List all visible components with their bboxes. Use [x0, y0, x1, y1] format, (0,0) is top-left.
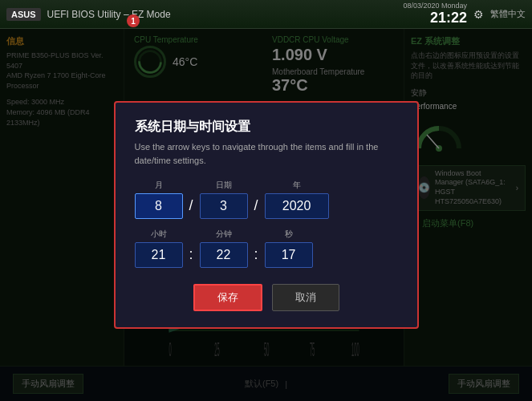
modal-desc: Use the arrow keys to navigate through t… — [135, 140, 398, 167]
modal-overlay: 系统日期与时间设置 Use the arrow keys to navigate… — [0, 29, 532, 401]
second-label: 秒 — [285, 229, 293, 240]
month-group: 月 — [135, 180, 183, 219]
month-input[interactable] — [135, 193, 183, 219]
time-sep1: : — [189, 246, 193, 268]
day-input[interactable] — [200, 193, 248, 219]
time-sep2: : — [254, 246, 258, 268]
year-group: 年 — [265, 180, 329, 219]
step1-badge: 1 — [127, 14, 140, 27]
gear-icon[interactable]: ⚙ — [473, 8, 484, 21]
time-display: 21:22 — [430, 10, 467, 26]
cancel-button[interactable]: 取消 — [272, 284, 339, 311]
datetime-modal: 系统日期与时间设置 Use the arrow keys to navigate… — [114, 101, 419, 329]
save-button[interactable]: 保存 — [193, 284, 262, 311]
year-label: 年 — [293, 180, 301, 191]
year-input[interactable] — [265, 193, 329, 219]
time-row: 小时 : 分钟 : 秒 — [135, 229, 398, 268]
date-sep1: / — [189, 197, 193, 219]
month-label: 月 — [155, 180, 163, 191]
asus-logo: ASUS — [6, 8, 41, 21]
top-bar-right: 08/03/2020 Monday 21:22 ⚙ 繁體中文 — [403, 2, 526, 26]
hour-input[interactable] — [135, 242, 183, 268]
day-label: 日期 — [216, 180, 232, 191]
bios-title: UEFI BIOS Utility – EZ Mode — [47, 9, 404, 20]
minute-input[interactable] — [200, 242, 248, 268]
date-time-grid: 月 / 日期 / 年 小时 : — [135, 180, 398, 268]
modal-title: 系统日期与时间设置 — [135, 119, 398, 136]
date-sep2: / — [254, 197, 258, 219]
hour-label: 小时 — [151, 229, 167, 240]
modal-buttons: 保存 取消 — [135, 284, 398, 311]
hour-group: 小时 — [135, 229, 183, 268]
top-bar: ASUS UEFI BIOS Utility – EZ Mode 08/03/2… — [0, 0, 532, 29]
second-input[interactable] — [265, 242, 313, 268]
minute-group: 分钟 — [200, 229, 248, 268]
date-display: 08/03/2020 Monday — [403, 2, 467, 10]
lang-button[interactable]: 繁體中文 — [490, 8, 526, 20]
second-group: 秒 — [265, 229, 313, 268]
date-row: 月 / 日期 / 年 — [135, 180, 398, 219]
minute-label: 分钟 — [216, 229, 232, 240]
day-group: 日期 — [200, 180, 248, 219]
